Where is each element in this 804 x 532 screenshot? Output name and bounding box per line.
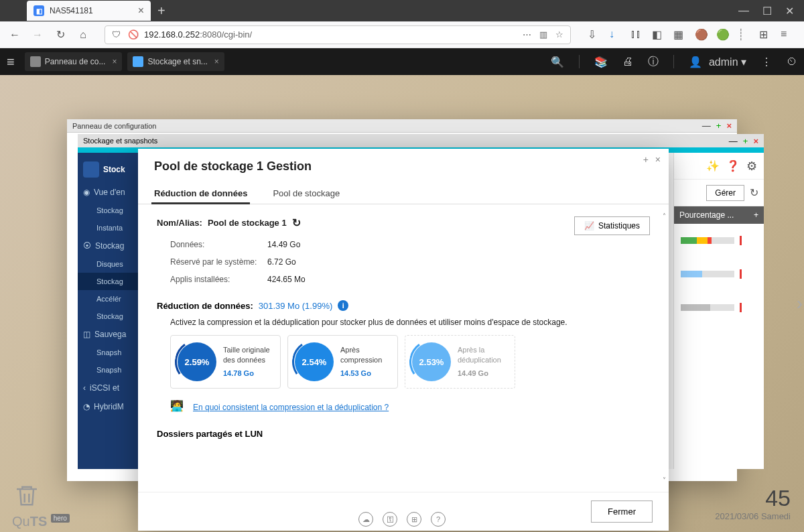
close-button[interactable]: Fermer xyxy=(591,501,653,523)
volume-icon[interactable]: 📚 xyxy=(594,56,608,68)
home-button[interactable]: ⌂ xyxy=(75,27,91,43)
win-min-icon[interactable]: — xyxy=(702,121,711,131)
pct-header[interactable]: Pourcentage ... + xyxy=(674,206,764,224)
reduction-value: 301.39 Mo (1.99%) xyxy=(259,301,333,311)
app-tab-config[interactable]: Panneau de co... × xyxy=(25,52,123,71)
sidebar-item[interactable]: ‹iSCSI et xyxy=(78,379,138,397)
gear-icon[interactable]: ⚙ xyxy=(746,159,757,174)
more-vert-icon[interactable]: ⋮ xyxy=(761,56,772,68)
app-menu-icon[interactable]: ≡ xyxy=(7,54,15,70)
grid-icon[interactable]: ▦ xyxy=(673,28,687,42)
sidebar-item[interactable]: Accélér xyxy=(78,290,138,308)
help-row: 🧑‍💻 En quoi consistent la compression et… xyxy=(170,399,650,415)
reader-icon[interactable]: ▥ xyxy=(539,29,547,40)
dialog-plus-icon[interactable]: + xyxy=(643,154,649,165)
sidebar-item[interactable]: ◉Vue d'en xyxy=(78,183,138,202)
bookmark-star-icon[interactable]: ☆ xyxy=(555,29,563,40)
right-panel: ✨ ❓ ⚙ Gérer ↻ Pourcentage ... + xyxy=(673,153,764,469)
sidebar-item[interactable]: Snapsh xyxy=(78,344,138,361)
maximize-icon[interactable]: ☐ xyxy=(762,5,772,17)
win-min-icon[interactable]: — xyxy=(729,136,738,146)
window-title: Stockage et snapshots xyxy=(83,137,157,145)
sidebar-item[interactable]: ◫Sauvega xyxy=(78,325,138,344)
sidebar-item[interactable]: ⦿Stockag xyxy=(78,237,138,255)
shield-icon[interactable]: 🛡 xyxy=(112,29,123,40)
statistics-button[interactable]: 📈 Statistiques xyxy=(574,216,650,235)
user-menu[interactable]: admin ▾ xyxy=(709,56,746,68)
next-desktop-arrow[interactable]: › xyxy=(797,293,803,314)
app-tab-storage[interactable]: Stockage et sn... × xyxy=(127,52,224,71)
sidebar-item[interactable]: Stockag xyxy=(78,273,138,290)
forward-button[interactable]: → xyxy=(29,27,46,43)
help-link[interactable]: En quoi consistent la compression et la … xyxy=(193,403,389,412)
sidebar-item[interactable]: Instanta xyxy=(78,219,138,237)
manage-button[interactable]: Gérer xyxy=(706,185,744,201)
menu-icon[interactable]: ≡ xyxy=(781,28,794,42)
scroll-up-icon[interactable]: ˄ xyxy=(663,212,666,220)
sidebar-item[interactable]: Stockag xyxy=(78,308,138,325)
refresh-icon[interactable]: ↻ xyxy=(292,216,301,229)
dock-help-icon[interactable]: ? xyxy=(431,512,446,527)
help-icon[interactable]: ❓ xyxy=(726,159,740,172)
blocked-icon[interactable]: 🚫 xyxy=(128,29,139,40)
win-close-icon[interactable]: × xyxy=(753,136,758,146)
wand-icon[interactable]: ✨ xyxy=(706,159,720,172)
sidebar-item[interactable]: Snapsh xyxy=(78,361,138,379)
app-tab-close-icon[interactable]: × xyxy=(112,57,117,66)
marker xyxy=(740,236,742,245)
scroll-down-icon[interactable]: ˅ xyxy=(663,476,666,484)
win-close-icon[interactable]: × xyxy=(726,121,732,131)
win-max-icon[interactable]: + xyxy=(743,136,748,146)
more-icon[interactable]: ⋯ xyxy=(523,29,531,40)
window-controls: — ☐ ✕ xyxy=(738,5,804,17)
tab-storage-pool[interactable]: Pool de stockage xyxy=(270,183,342,204)
tab-favicon: ◧ xyxy=(34,5,44,16)
reload-button[interactable]: ↻ xyxy=(52,27,68,43)
dock-cloud-icon[interactable]: ☁ xyxy=(358,512,373,527)
url-bar[interactable]: 🛡 🚫 192.168.0.252:8080/cgi-bin/ ⋯ ▥ ☆ xyxy=(105,25,571,44)
close-icon[interactable]: ✕ xyxy=(785,5,794,17)
chart-icon: 📈 xyxy=(584,221,594,230)
user-icon[interactable]: 👤 xyxy=(689,56,702,68)
ext2-icon[interactable]: ┊ xyxy=(738,28,751,42)
refresh-icon[interactable]: ↻ xyxy=(750,186,758,199)
storage-app-icon xyxy=(83,161,99,178)
dialog-close-icon[interactable]: × xyxy=(655,154,661,165)
tab-close-icon[interactable]: × xyxy=(138,5,144,17)
brand-logo: QuTS hero xyxy=(12,514,70,529)
ext-icon[interactable]: 🟢 xyxy=(716,28,730,42)
window-titlebar[interactable]: Panneau de configuration — + × xyxy=(67,119,737,133)
puzzle-icon[interactable]: ⊞ xyxy=(759,28,773,42)
profile-icon[interactable]: 🟤 xyxy=(695,28,708,42)
dock-grid-icon[interactable]: ⊞ xyxy=(407,512,421,527)
plus-icon[interactable]: + xyxy=(754,210,758,220)
sidebar-icon[interactable]: ◧ xyxy=(652,28,665,42)
win-max-icon[interactable]: + xyxy=(716,121,722,131)
new-tab-button[interactable]: + xyxy=(157,3,165,19)
devices-icon[interactable]: 🖨 xyxy=(622,56,633,68)
minimize-icon[interactable]: — xyxy=(738,5,749,17)
sidebar-item[interactable]: ◔HybridM xyxy=(78,397,138,416)
back-button[interactable]: ← xyxy=(7,27,23,43)
search-icon[interactable]: 🔍 xyxy=(551,56,564,68)
sidebar-item[interactable]: Disques xyxy=(78,255,138,273)
info-icon[interactable]: ⓘ xyxy=(648,55,659,69)
reduction-header: Réduction de données: 301.39 Mo (1.99%) … xyxy=(157,300,650,311)
tab-data-reduction[interactable]: Réduction de données xyxy=(151,183,250,204)
info-row: Données:14.49 Go xyxy=(170,236,650,253)
dashboard-icon[interactable]: ⏲ xyxy=(787,56,797,68)
trash-icon[interactable] xyxy=(13,480,40,512)
download-icon[interactable]: ↓ xyxy=(609,28,622,42)
app-tab-close-icon[interactable]: × xyxy=(214,57,219,66)
divider xyxy=(579,55,580,68)
sidebar-item[interactable]: Stockag xyxy=(78,202,138,219)
info-icon[interactable]: i xyxy=(338,300,348,311)
percent-circle: 2.53% xyxy=(412,342,451,381)
tab-title: NAS541181 xyxy=(50,6,93,15)
browser-tab[interactable]: ◧ NAS541181 × xyxy=(27,1,151,21)
clock-time: 45 xyxy=(715,485,791,511)
window-titlebar[interactable]: Stockage et snapshots — + × xyxy=(78,134,764,147)
pocket-icon[interactable]: ⇩ xyxy=(588,28,601,42)
dock-key-icon[interactable]: ⚿ xyxy=(383,512,397,527)
library-icon[interactable]: ⫿⫿ xyxy=(630,28,644,42)
